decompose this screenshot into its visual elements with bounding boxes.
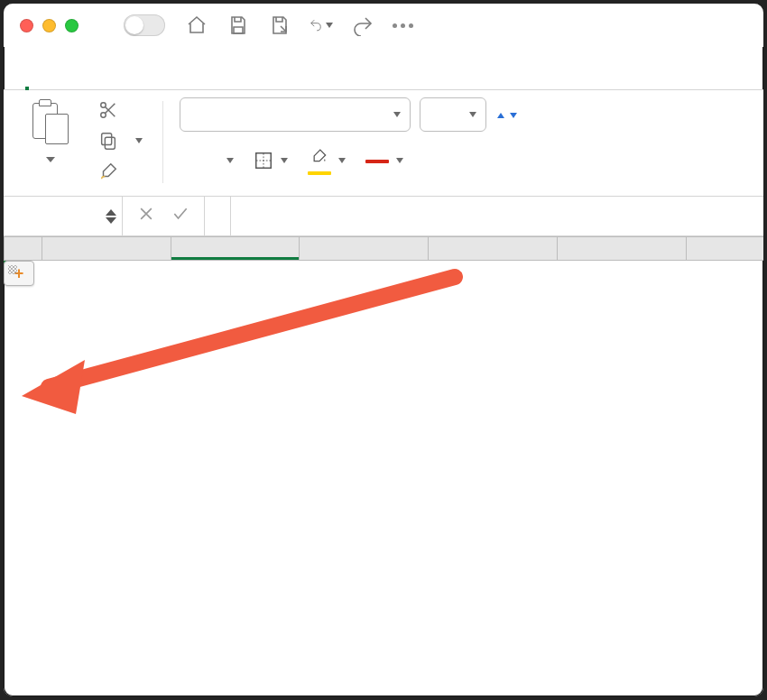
formula-bar [4,197,763,236]
border-icon [254,151,273,170]
zoom-window-button[interactable] [65,19,79,32]
insert-function-button[interactable] [205,197,231,235]
font-size-select[interactable] [420,97,486,132]
svg-point-0 [101,103,106,108]
svg-marker-8 [22,360,85,414]
col-header-E[interactable] [558,237,687,261]
borders-button[interactable] [254,151,288,170]
cut-button[interactable] [94,97,146,123]
chevron-down-icon [469,112,476,117]
fill-color-swatch [308,171,331,175]
select-all-corner[interactable] [5,237,42,261]
paste-button[interactable] [16,97,85,196]
tab-insert[interactable] [72,75,76,89]
svg-point-1 [101,113,106,118]
chevron-down-icon [393,112,401,117]
worksheet[interactable]: + [4,236,763,696]
accept-formula-button[interactable] [171,205,189,228]
name-box[interactable] [4,197,123,235]
tab-page-layout[interactable] [166,75,170,89]
scissors-icon [97,99,119,121]
col-header-F[interactable] [687,237,763,261]
svg-line-7 [49,277,455,387]
font-color-swatch [365,160,389,163]
chevron-down-icon[interactable] [135,138,143,143]
save-as-icon[interactable] [268,14,291,37]
autosave-control[interactable] [116,14,165,36]
format-painter-button[interactable] [94,159,146,184]
svg-rect-2 [105,137,115,149]
paint-bucket-icon [310,146,329,170]
save-icon[interactable] [226,14,250,37]
underline-button[interactable] [219,158,234,163]
undo-button[interactable] [310,14,333,37]
font-color-button[interactable] [365,158,403,163]
chevron-down-icon [396,158,403,163]
copy-icon [97,130,119,152]
formula-input[interactable] [231,197,763,235]
chevron-down-icon [281,158,288,163]
font-name-select[interactable] [180,97,411,132]
ribbon-tabs [4,47,763,90]
home-icon[interactable] [185,14,208,37]
annotation-arrow [4,261,473,441]
tab-formulas[interactable] [213,75,217,89]
autosave-toggle[interactable] [124,14,165,36]
minimize-window-button[interactable] [42,19,56,32]
autofill-options-button[interactable]: + [4,261,34,286]
clipboard-group [16,97,146,196]
chevron-down-icon[interactable] [46,157,55,162]
ribbon [4,90,763,197]
close-window-button[interactable] [20,19,33,32]
copy-button[interactable] [94,128,146,153]
tab-draw[interactable] [119,75,123,89]
col-header-D[interactable] [429,237,558,261]
col-header-C[interactable] [300,237,429,261]
chevron-down-icon [226,158,234,163]
tab-home[interactable] [25,75,29,89]
font-group [180,97,508,196]
fill-color-button[interactable] [308,146,346,175]
col-header-A[interactable] [42,237,171,261]
svg-rect-3 [102,134,112,145]
titlebar [4,4,763,47]
clipboard-icon [29,99,72,150]
grid[interactable] [4,236,763,261]
chevron-down-icon [338,158,346,163]
redo-button[interactable] [351,14,374,37]
more-commands-button[interactable] [393,23,413,28]
col-header-B[interactable] [171,237,300,261]
cancel-formula-button[interactable] [137,205,155,228]
quick-access-toolbar [185,14,413,37]
tab-data[interactable] [260,75,263,89]
name-box-stepper[interactable] [106,209,116,224]
paintbrush-icon [97,161,119,182]
window-controls [20,19,79,32]
